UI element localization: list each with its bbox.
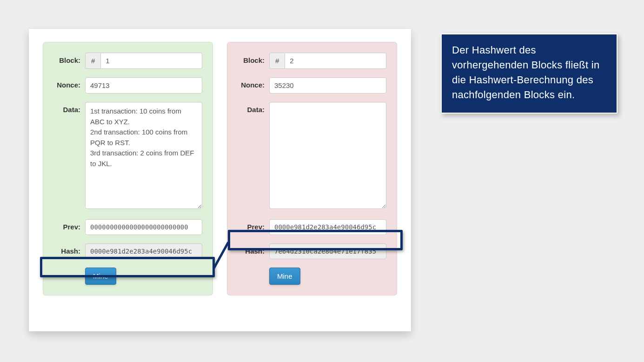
- mine-button-2[interactable]: Mine: [269, 268, 300, 285]
- label-hash: Hash:: [53, 243, 85, 255]
- block-card-1: Block: # Nonce: Data:: [43, 42, 213, 295]
- label-block: Block:: [238, 53, 269, 64]
- hash-output-2: 7e64d2310ca2e8d4e71e17f835: [269, 243, 386, 259]
- nonce-input-2[interactable]: [269, 77, 386, 94]
- prev-hash-input-2[interactable]: [269, 219, 386, 235]
- label-data: Data:: [238, 102, 269, 114]
- label-block: Block:: [53, 53, 85, 64]
- hash-output-1: 0000e981d2e283a4e90046d95c: [85, 243, 202, 259]
- explanation-callout: Der Hashwert des vorhergehenden Blocks f…: [441, 34, 617, 114]
- prev-hash-input-1[interactable]: [85, 219, 202, 235]
- block-number-input-1[interactable]: [100, 53, 202, 69]
- data-textarea-1[interactable]: [85, 102, 202, 209]
- label-prev: Prev:: [53, 219, 85, 231]
- block-number-input-2[interactable]: [285, 53, 386, 69]
- block-card-2: Block: # Nonce: Data:: [227, 42, 397, 295]
- label-hash: Hash:: [238, 243, 269, 255]
- label-prev: Prev:: [238, 219, 269, 231]
- nonce-input-1[interactable]: [85, 77, 202, 94]
- data-textarea-2[interactable]: [269, 102, 386, 209]
- block-number-prefix: #: [85, 53, 100, 69]
- blockchain-panel: Block: # Nonce: Data:: [29, 29, 411, 331]
- label-nonce: Nonce:: [53, 77, 85, 89]
- mine-button-1[interactable]: Mine: [85, 268, 116, 285]
- label-data: Data:: [53, 102, 85, 114]
- block-number-prefix: #: [269, 53, 285, 69]
- label-nonce: Nonce:: [238, 77, 269, 89]
